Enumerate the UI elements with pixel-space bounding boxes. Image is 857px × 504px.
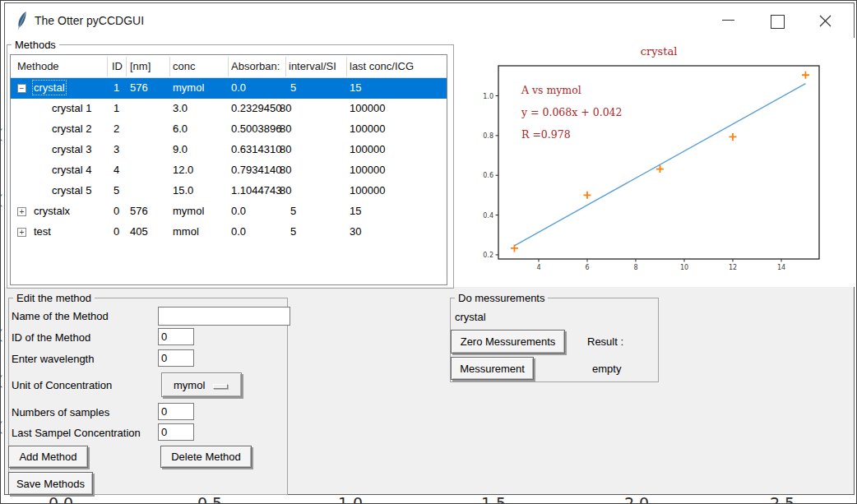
cell-nm: 576 xyxy=(130,81,148,94)
expander-minus-icon[interactable]: − xyxy=(17,84,26,93)
col-id[interactable]: ID xyxy=(112,60,123,72)
background-tick-label: 2.0 xyxy=(612,494,661,504)
save-methods-button[interactable]: Save Methods xyxy=(8,472,93,495)
background-glyph: ( xyxy=(0,372,3,389)
cell-last: 15 xyxy=(350,81,361,94)
close-button[interactable] xyxy=(807,10,843,33)
col-lastconc[interactable]: last conc/ICG xyxy=(350,60,414,72)
cell-interval: 5 xyxy=(290,81,296,94)
cell-id: 3 xyxy=(113,143,119,155)
svg-text:1.0: 1.0 xyxy=(483,93,493,100)
cell-interval: 80 xyxy=(280,184,291,197)
cell-last: 100000 xyxy=(350,164,385,176)
method-name-cell: crystal 1 xyxy=(52,102,91,114)
title-bar: The Otter pyCCDGUI xyxy=(5,3,854,38)
cell-id: 2 xyxy=(113,123,119,135)
measurement-button[interactable]: Messurement xyxy=(451,357,534,380)
table-row[interactable]: +test0405mmol0.0530 xyxy=(11,222,447,243)
cell-last: 30 xyxy=(350,225,361,238)
cell-conc: mymol xyxy=(173,81,204,94)
feather-icon xyxy=(16,11,30,30)
unit-dropdown[interactable]: mymol xyxy=(161,372,242,397)
method-name-cell: crystal 4 xyxy=(52,164,91,176)
col-methode[interactable]: Methode xyxy=(17,60,59,72)
lastconc-input[interactable] xyxy=(158,423,194,441)
background-glyph: ( xyxy=(0,126,3,142)
current-method-label: crystal xyxy=(455,311,486,323)
cell-id: 0 xyxy=(113,205,119,217)
cell-conc: 9.0 xyxy=(173,143,188,155)
cell-last: 100000 xyxy=(350,102,385,114)
cell-conc: 15.0 xyxy=(173,184,193,197)
result-value: empty xyxy=(592,363,621,375)
methods-group-label: Methods xyxy=(12,39,59,51)
background-tick-label: 0.5 xyxy=(185,494,234,504)
wavelength-input[interactable] xyxy=(158,349,194,367)
close-icon xyxy=(818,14,832,28)
svg-text:14: 14 xyxy=(777,264,785,271)
cell-absorbance: 0.0 xyxy=(231,81,246,94)
calibration-plot: crystal A vs mymol y = 0.068x + 0.042 R … xyxy=(462,38,855,287)
background-tick-label: 1.0 xyxy=(326,494,375,504)
methods-table: Methode ID [nm] conc Absorban: interval/… xyxy=(10,54,447,285)
expander-plus-icon[interactable]: + xyxy=(17,228,26,237)
svg-text:6: 6 xyxy=(585,264,589,271)
table-row[interactable]: crystal 4412.00.793414080100000 xyxy=(11,160,447,181)
cell-last: 100000 xyxy=(350,143,385,155)
cell-absorbance: 0.6314310 xyxy=(231,143,281,155)
svg-text:12: 12 xyxy=(729,264,737,271)
cell-id: 4 xyxy=(113,164,119,176)
background-glyph: ( xyxy=(0,326,3,343)
add-method-button[interactable]: Add Method xyxy=(8,446,88,468)
background-glyph: ( xyxy=(0,192,3,208)
cell-conc: 6.0 xyxy=(173,123,188,135)
col-conc[interactable]: conc xyxy=(173,60,195,72)
cell-interval: 80 xyxy=(280,143,291,155)
unit-field-label: Unit of Concentration xyxy=(12,379,112,391)
expander-plus-icon[interactable]: + xyxy=(17,207,26,216)
background-tick-label: 0.0 xyxy=(36,494,86,504)
svg-text:0.6: 0.6 xyxy=(483,172,493,179)
table-row[interactable]: −crystal1576mymol0.0515 xyxy=(11,78,447,99)
cell-interval: 80 xyxy=(280,123,291,135)
table-row[interactable]: crystal 339.00.631431080100000 xyxy=(11,140,447,160)
name-field-label: Name of the Method xyxy=(12,310,109,322)
col-absorban[interactable]: Absorban: xyxy=(231,60,280,72)
methods-table-header: Methode ID [nm] conc Absorban: interval/… xyxy=(11,55,447,78)
method-id-input[interactable] xyxy=(158,328,194,345)
table-row[interactable]: crystal 5515.01.104474380100000 xyxy=(11,181,447,201)
background-tick-label: 1.5 xyxy=(469,494,518,504)
minimize-button[interactable] xyxy=(710,10,746,33)
method-name-cell: crystal 5 xyxy=(52,184,91,197)
samples-field-label: Numbers of samples xyxy=(12,406,109,418)
method-name-cell: crystalx xyxy=(34,205,70,217)
cell-id: 0 xyxy=(113,225,119,238)
table-row[interactable]: +crystalx0576mymol0.0515 xyxy=(11,201,447,222)
samples-input[interactable] xyxy=(158,403,194,420)
cell-id: 5 xyxy=(113,184,119,197)
cell-absorbance: 0.2329450 xyxy=(231,102,281,114)
col-interval[interactable]: interval/SI xyxy=(289,60,336,72)
col-nm[interactable]: [nm] xyxy=(130,60,151,72)
method-name-input[interactable] xyxy=(158,307,290,326)
svg-text:0.2: 0.2 xyxy=(483,252,493,259)
result-label: Result : xyxy=(587,335,623,348)
cell-interval: 5 xyxy=(290,225,296,238)
method-name-cell: crystal xyxy=(34,81,65,94)
dropdown-indicator-icon xyxy=(213,384,228,389)
delete-method-button[interactable]: Delete Method xyxy=(160,446,252,468)
cell-absorbance: 0.7934140 xyxy=(231,164,281,176)
zero-measurements-button[interactable]: Zero Messurements xyxy=(451,330,565,354)
maximize-button[interactable] xyxy=(757,10,794,33)
background-tick-label: 2.5 xyxy=(757,494,807,504)
cell-absorbance: 0.0 xyxy=(231,205,246,217)
svg-text:4: 4 xyxy=(536,264,540,271)
unit-dropdown-value: mymol xyxy=(174,379,205,391)
cell-absorbance: 1.1044743 xyxy=(231,184,281,197)
cell-nm: 405 xyxy=(130,225,148,238)
svg-text:0.4: 0.4 xyxy=(483,212,493,220)
method-name-cell: test xyxy=(34,225,51,238)
table-row[interactable]: crystal 226.00.500389680100000 xyxy=(11,119,447,140)
measure-group-label: Do messurements xyxy=(455,292,548,304)
table-row[interactable]: crystal 113.00.232945080100000 xyxy=(11,99,447,119)
